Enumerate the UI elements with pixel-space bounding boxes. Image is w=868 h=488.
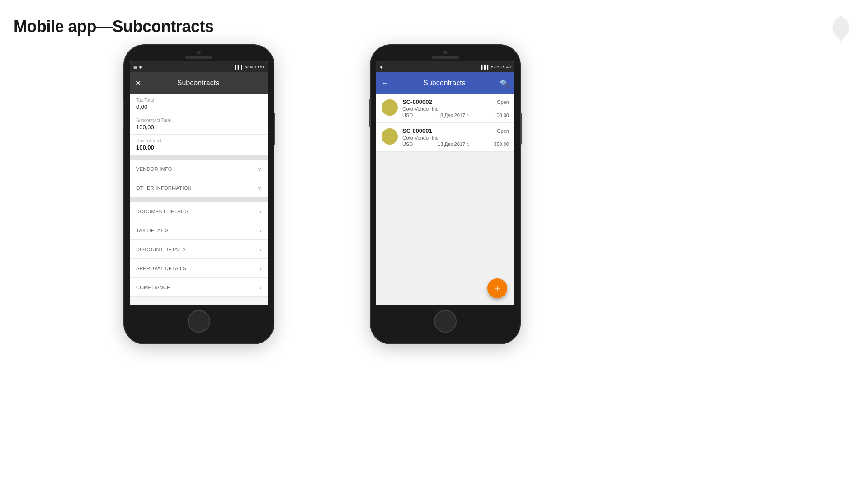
- field-tax-total: Tax Total 0,00: [130, 94, 268, 114]
- chevron-down-icon-2: ∨: [257, 184, 262, 192]
- left-speaker: [185, 56, 212, 59]
- sc-header-1: SC-000002 Open: [402, 99, 509, 105]
- right-app-bar: ← Subcontracts 🔍: [376, 72, 514, 94]
- right-status-icons: ◈: [380, 65, 383, 69]
- left-status-icon-sim: ▦: [133, 65, 137, 69]
- right-speaker: [432, 56, 459, 59]
- right-status-time: 19:49: [500, 65, 511, 69]
- fab-add-button[interactable]: +: [487, 278, 507, 298]
- nav-approval-details[interactable]: APPROVAL DETAILS ›: [130, 259, 268, 278]
- chevron-right-icon-1: ›: [259, 208, 262, 215]
- sc-avatar-1: [382, 99, 398, 116]
- field-subcontract-total: Subcontract Total 100,00: [130, 114, 268, 135]
- left-status-battery: 52%: [245, 65, 253, 69]
- right-search-icon[interactable]: 🔍: [500, 79, 509, 88]
- left-app-bar: ✕ Subcontracts ⋮: [130, 72, 268, 94]
- accordion-other-information-label: OTHER INFORMATION: [136, 185, 192, 191]
- right-status-right: ▌▌▌ 52% 19:49: [481, 65, 511, 69]
- sc-status-1: Open: [497, 99, 509, 105]
- sc-number-2: SC-000001: [402, 127, 432, 134]
- right-status-signal: ▌▌▌: [481, 65, 490, 69]
- field-control-total: Control Total 100,00: [130, 135, 268, 155]
- sc-currency-2: USD: [402, 141, 413, 147]
- left-status-bar: ▦ ◈ ▌▌▌ 52% 19:51: [130, 61, 268, 72]
- right-phone-bottom: [376, 310, 514, 333]
- sc-avatar-2: [382, 128, 398, 145]
- right-camera: [443, 51, 447, 54]
- right-back-icon[interactable]: ←: [382, 79, 389, 87]
- chevron-right-icon-5: ›: [259, 284, 262, 291]
- chevron-down-icon: ∨: [257, 165, 262, 173]
- left-phone: ▦ ◈ ▌▌▌ 52% 19:51 ✕ Subcontracts ⋮ T: [124, 45, 274, 343]
- field-tax-total-value: 0,00: [136, 103, 262, 110]
- sc-date-1: 18 Дек 2017 г.: [438, 113, 469, 118]
- page-title: Mobile app—Subcontracts: [14, 17, 214, 36]
- accordion-other-information[interactable]: OTHER INFORMATION ∨: [130, 178, 268, 197]
- nav-discount-details[interactable]: DISCOUNT DETAILS ›: [130, 240, 268, 259]
- sc-vendor-2: Goto Vendor Inc: [402, 135, 509, 141]
- separator-2: [130, 197, 268, 202]
- sc-number-1: SC-000002: [402, 99, 432, 105]
- right-status-bar: ◈ ▌▌▌ 52% 19:49: [376, 61, 514, 72]
- sc-currency-1: USD: [402, 113, 413, 118]
- left-status-icons: ▦ ◈: [133, 65, 142, 69]
- left-home-button[interactable]: [188, 310, 210, 333]
- field-subcontract-total-label: Subcontract Total: [136, 118, 262, 123]
- left-phone-body: ▦ ◈ ▌▌▌ 52% 19:51 ✕ Subcontracts ⋮ T: [124, 45, 274, 343]
- sc-status-2: Open: [497, 128, 509, 134]
- nav-document-details[interactable]: DOCUMENT DETAILS ›: [130, 202, 268, 221]
- nav-tax-details-label: TAX DETAILS: [136, 228, 169, 233]
- sc-date-2: 13 Дек 2017 г.: [438, 141, 469, 147]
- nav-tax-details[interactable]: TAX DETAILS ›: [130, 221, 268, 240]
- left-phone-bottom: [130, 310, 268, 333]
- subcontract-list: SC-000002 Open Goto Vendor Inc USD 18 Де…: [376, 94, 514, 152]
- right-phone-body: ◈ ▌▌▌ 52% 19:49 ← Subcontracts 🔍: [371, 45, 520, 343]
- sc-amount-1: 100,00: [494, 113, 509, 118]
- nav-approval-details-label: APPROVAL DETAILS: [136, 266, 186, 271]
- right-phone-screen: ◈ ▌▌▌ 52% 19:49 ← Subcontracts 🔍: [376, 61, 514, 305]
- sc-header-2: SC-000001 Open: [402, 127, 509, 134]
- chevron-right-icon-3: ›: [259, 246, 262, 253]
- left-app-bar-title: Subcontracts: [145, 79, 252, 87]
- left-status-right: ▌▌▌ 52% 19:51: [235, 65, 264, 69]
- separator-1: [130, 155, 268, 160]
- sc-info-2: SC-000001 Open Goto Vendor Inc USD 13 Де…: [402, 127, 509, 147]
- left-status-time: 19:51: [254, 65, 264, 69]
- sc-amount-2: 350,00: [494, 141, 509, 147]
- right-screen-content: SC-000002 Open Goto Vendor Inc USD 18 Де…: [376, 94, 514, 305]
- chevron-right-icon-4: ›: [259, 265, 262, 272]
- chevron-right-icon-2: ›: [259, 227, 262, 234]
- sc-info-1: SC-000002 Open Goto Vendor Inc USD 18 Де…: [402, 99, 509, 118]
- left-camera: [197, 51, 201, 54]
- left-menu-icon[interactable]: ⋮: [255, 79, 263, 88]
- field-subcontract-total-value: 100,00: [136, 124, 262, 131]
- field-control-total-label: Control Total: [136, 138, 262, 143]
- right-app-bar-title: Subcontracts: [392, 79, 496, 87]
- left-status-icon-wifi: ◈: [139, 65, 142, 69]
- sc-vendor-1: Goto Vendor Inc: [402, 106, 509, 112]
- left-phone-top: [130, 51, 268, 59]
- field-tax-total-label: Tax Total: [136, 98, 262, 103]
- field-control-total-value: 100,00: [136, 144, 262, 151]
- sc-footer-1: USD 18 Дек 2017 г. 100,00: [402, 113, 509, 118]
- subcontract-item-1[interactable]: SC-000002 Open Goto Vendor Inc USD 18 Де…: [376, 94, 514, 123]
- sc-footer-2: USD 13 Дек 2017 г. 350,00: [402, 141, 509, 147]
- left-phone-screen: ▦ ◈ ▌▌▌ 52% 19:51 ✕ Subcontracts ⋮ T: [130, 61, 268, 305]
- nav-document-details-label: DOCUMENT DETAILS: [136, 209, 189, 214]
- right-phone-top: [376, 51, 514, 59]
- app-logo: [827, 14, 854, 41]
- left-close-icon[interactable]: ✕: [135, 79, 141, 88]
- accordion-vendor-info[interactable]: VENDOR INFO ∨: [130, 160, 268, 178]
- left-screen-content: Tax Total 0,00 Subcontract Total 100,00 …: [130, 94, 268, 305]
- right-home-button[interactable]: [434, 310, 457, 333]
- right-status-battery: 52%: [491, 65, 499, 69]
- accordion-vendor-info-label: VENDOR INFO: [136, 166, 172, 172]
- nav-compliance-label: COMPLIANCE: [136, 285, 170, 290]
- left-status-signal: ▌▌▌: [235, 65, 243, 69]
- nav-compliance[interactable]: COMPLIANCE ›: [130, 278, 268, 297]
- right-phone: ◈ ▌▌▌ 52% 19:49 ← Subcontracts 🔍: [371, 45, 520, 343]
- subcontract-item-2[interactable]: SC-000001 Open Goto Vendor Inc USD 13 Де…: [376, 123, 514, 152]
- nav-discount-details-label: DISCOUNT DETAILS: [136, 247, 186, 252]
- right-status-icon-sim: ◈: [380, 65, 383, 69]
